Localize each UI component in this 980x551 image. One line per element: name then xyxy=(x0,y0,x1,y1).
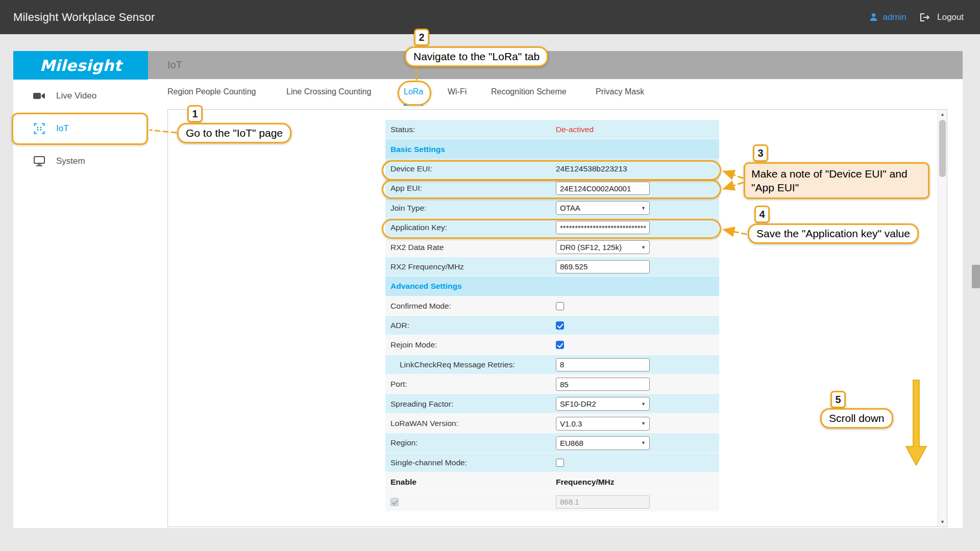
sidebar-item-iot[interactable]: IoT xyxy=(13,116,148,141)
logout-icon[interactable] xyxy=(919,12,930,22)
row-port: Port: xyxy=(385,374,719,394)
tab-lora[interactable]: LoRa xyxy=(404,79,423,106)
tab-wifi[interactable]: Wi-Fi xyxy=(448,79,467,106)
step1-badge: 1 xyxy=(187,105,203,122)
field-label: Confirmed Mode: xyxy=(385,302,556,311)
dropdown-select[interactable]: V1.0.3▼ xyxy=(556,417,650,431)
topbar-right: admin Logout xyxy=(869,12,964,22)
logout-button[interactable]: Logout xyxy=(937,12,964,22)
section-title: Basic Settings xyxy=(385,145,445,154)
tab-recognition-scheme[interactable]: Recognition Scheme xyxy=(491,79,567,106)
settings-table: Status:De-activedBasic SettingsDevice EU… xyxy=(385,120,719,512)
sidebar-item-system[interactable]: System xyxy=(13,149,148,173)
tab-line-crossing-counting[interactable]: Line Crossing Counting xyxy=(286,79,371,106)
field-label: Region: xyxy=(385,438,556,447)
checkbox[interactable] xyxy=(556,459,564,467)
dropdown-select[interactable]: OTAA▼ xyxy=(556,201,650,215)
selected-option: SF10-DR2 xyxy=(560,399,596,408)
field-label: ADR: xyxy=(385,321,556,330)
field-control xyxy=(556,495,719,509)
row-single-channel-mode: Single-channel Mode: xyxy=(385,453,719,472)
window-scrollbar-thumb[interactable] xyxy=(972,265,980,288)
field-label: App EUI: xyxy=(385,184,556,193)
selected-option: DR0 (SF12, 125k) xyxy=(560,243,622,252)
field-control xyxy=(556,221,719,234)
chevron-down-icon: ▼ xyxy=(641,402,646,407)
field-label: LinkCheckReq Message Retries: xyxy=(385,360,556,369)
checkbox[interactable] xyxy=(556,341,564,349)
step3-note: Make a note of "Device EUI" and "App EUI… xyxy=(744,162,929,199)
step5-label: Scroll down xyxy=(820,408,893,429)
field-control: SF10-DR2▼ xyxy=(556,397,719,411)
field-control: DR0 (SF12, 125k)▼ xyxy=(556,240,719,254)
step2-label: Navigate to the "LoRa" tab xyxy=(405,46,548,67)
text-input[interactable] xyxy=(556,378,650,391)
checkbox[interactable] xyxy=(556,321,564,330)
field-control: 24E124538b223213 xyxy=(556,164,719,173)
chevron-down-icon: ▼ xyxy=(641,245,646,250)
text-input[interactable] xyxy=(556,260,650,273)
row-channel-1 xyxy=(385,492,719,511)
row-application-key: Application Key: xyxy=(385,218,719,237)
row-lorawan-version: LoRaWAN Version:V1.0.3▼ xyxy=(385,414,719,433)
chevron-down-icon: ▼ xyxy=(641,206,646,211)
field-label: Device EUI: xyxy=(385,164,556,173)
sidebar-item-live-video[interactable]: Live Video xyxy=(13,84,148,108)
tab-region-people-counting[interactable]: Region People Counting xyxy=(167,79,256,106)
field-label: Application Key: xyxy=(385,223,556,232)
dropdown-select[interactable]: EU868▼ xyxy=(556,436,650,450)
tab-privacy-mask[interactable]: Privacy Mask xyxy=(596,79,644,106)
sidebar-item-label: Live Video xyxy=(56,91,96,101)
step4-badge: 4 xyxy=(754,206,770,223)
row-advanced-settings: Advanced Settings xyxy=(385,277,719,296)
row-device-eui: Device EUI:24E124538b223213 xyxy=(385,159,719,179)
field-control xyxy=(556,260,719,273)
field-control xyxy=(556,302,719,310)
chevron-down-icon: ▼ xyxy=(641,440,646,445)
scroll-up-icon[interactable]: ▲ xyxy=(938,110,947,119)
panel-scrollbar[interactable]: ▲ ▼ xyxy=(938,110,947,527)
field-control xyxy=(556,321,719,330)
dropdown-select[interactable]: DR0 (SF12, 125k)▼ xyxy=(556,240,650,254)
row-rejoin-mode: Rejoin Mode: xyxy=(385,335,719,355)
field-value: De-actived xyxy=(556,125,594,134)
camera-icon xyxy=(33,92,46,100)
step1-label: Go to the "IoT" page xyxy=(177,123,291,143)
step3-badge: 3 xyxy=(753,144,768,162)
field-label: RX2 Frequency/MHz xyxy=(385,262,556,271)
section-title: Advanced Settings xyxy=(385,282,462,291)
page-title: IoT xyxy=(167,59,182,71)
field-control xyxy=(556,459,719,467)
field-value: 24E124538b223213 xyxy=(556,164,627,173)
text-input[interactable] xyxy=(556,221,650,234)
milesight-logo: Milesight xyxy=(13,51,148,80)
app-title: Milesight Workplace Sensor xyxy=(13,11,155,24)
field-control: De-actived xyxy=(556,125,719,134)
selected-option: EU868 xyxy=(560,439,583,447)
row-basic-settings: Basic Settings xyxy=(385,139,719,159)
column-header-frequency: Frequency/MHz xyxy=(556,478,719,487)
main-header: IoT xyxy=(148,51,963,79)
field-label: Status: xyxy=(385,125,556,134)
checkbox[interactable] xyxy=(556,302,564,310)
username[interactable]: admin xyxy=(883,12,906,22)
field-label: Spreading Factor: xyxy=(385,399,556,409)
field-control: V1.0.3▼ xyxy=(556,417,719,431)
text-input xyxy=(556,495,650,509)
field-label xyxy=(385,498,556,506)
text-input[interactable] xyxy=(556,358,650,371)
scrollbar-thumb[interactable] xyxy=(939,120,946,177)
dropdown-select[interactable]: SF10-DR2▼ xyxy=(556,397,650,411)
field-label: Single-channel Mode: xyxy=(385,458,556,467)
chevron-down-icon: ▼ xyxy=(641,421,646,426)
row-region: Region:EU868▼ xyxy=(385,433,719,453)
row-app-eui: App EUI: xyxy=(385,179,719,198)
field-control xyxy=(556,358,719,371)
scroll-down-icon[interactable]: ▼ xyxy=(938,517,947,527)
field-control xyxy=(556,182,719,195)
row-channel-table-header: EnableFrequency/MHz xyxy=(385,472,719,492)
text-input[interactable] xyxy=(556,182,650,195)
step4-label: Save the "Application key" value xyxy=(748,223,919,244)
row-rx2-frequency: RX2 Frequency/MHz xyxy=(385,257,719,277)
row-spreading-factor: Spreading Factor:SF10-DR2▼ xyxy=(385,394,719,413)
